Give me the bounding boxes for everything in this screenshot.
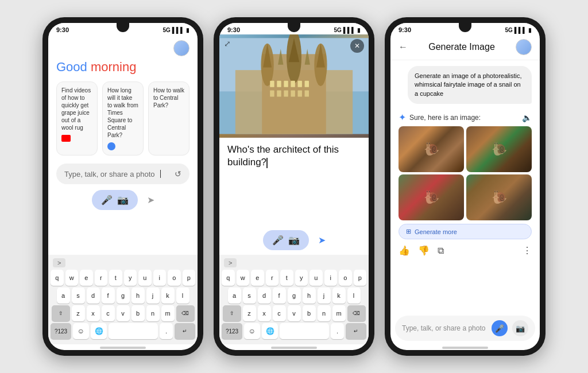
kb2-q[interactable]: q (222, 270, 235, 286)
kb-x[interactable]: x (87, 305, 100, 321)
kb2-i[interactable]: i (324, 270, 338, 286)
kb2-m[interactable]: m (332, 305, 346, 321)
kb2-period[interactable]: . (331, 323, 344, 339)
kb-z[interactable]: z (72, 305, 85, 321)
kb-backspace[interactable]: ⌫ (176, 305, 195, 321)
kb2-globe[interactable]: 🌐 (262, 323, 278, 339)
kb-shift[interactable]: ⇧ (52, 305, 70, 321)
kb-k[interactable]: k (161, 287, 175, 304)
more-options-icon[interactable]: ⋮ (523, 245, 532, 256)
kb-b[interactable]: b (131, 305, 145, 321)
kb-q[interactable]: q (51, 270, 64, 286)
kb2-n[interactable]: n (318, 305, 331, 321)
bottom-mic-btn[interactable]: 🎤 (492, 320, 508, 336)
kb-f[interactable]: f (102, 287, 115, 304)
kb2-w[interactable]: w (237, 270, 250, 286)
kb-expand-btn[interactable]: > (53, 258, 65, 267)
kb2-d[interactable]: d (258, 287, 271, 304)
kb-w[interactable]: w (65, 270, 79, 286)
kb2-k[interactable]: k (332, 287, 346, 304)
kb-enter[interactable]: ↵ (175, 323, 195, 339)
kb2-shift[interactable]: ⇧ (223, 305, 241, 321)
cupcake-image-4[interactable]: 🐌 (466, 174, 532, 220)
cupcake-image-1[interactable]: 🐌 (399, 126, 464, 172)
kb-v[interactable]: v (117, 305, 130, 321)
camera-icon-1: 📷 (117, 195, 129, 205)
avatar-1[interactable] (173, 40, 189, 56)
mic-camera-btn-2[interactable]: 🎤 📷 (263, 230, 309, 250)
suggestion-card-2[interactable]: How long will it take to walk from Times… (102, 81, 144, 156)
back-button[interactable]: ← (399, 42, 408, 52)
refresh-icon[interactable]: ↺ (175, 169, 181, 178)
kb-expand-btn-2[interactable]: > (224, 258, 237, 267)
kb2-u[interactable]: u (310, 270, 323, 286)
kb-u[interactable]: u (138, 270, 152, 286)
suggestion-card-1[interactable]: Find videos of how to quickly get grape … (56, 81, 98, 156)
kb2-b[interactable]: b (303, 305, 316, 321)
speaker-icon[interactable]: 🔈 (522, 113, 532, 122)
kb2-h[interactable]: h (303, 287, 316, 304)
kb2-x[interactable]: x (258, 305, 271, 321)
kb-t[interactable]: t (109, 270, 122, 286)
kb2-g[interactable]: g (288, 287, 301, 304)
kb2-c[interactable]: c (273, 305, 286, 321)
kb2-j[interactable]: j (318, 287, 331, 304)
kb2-emoji[interactable]: ☺ (244, 323, 260, 339)
kb-e[interactable]: e (80, 270, 93, 286)
kb-num[interactable]: ?123 (51, 323, 71, 339)
kb-period[interactable]: . (160, 323, 173, 339)
avatar-3[interactable] (516, 39, 532, 55)
expand-icon[interactable]: ⤢ (224, 39, 231, 48)
kb-i[interactable]: i (153, 270, 167, 286)
kb2-backspace[interactable]: ⌫ (347, 305, 366, 321)
thumbs-up-icon[interactable]: 👍 (399, 245, 410, 256)
kb2-l[interactable]: l (347, 287, 361, 304)
kb2-space[interactable] (280, 323, 329, 339)
kb2-r[interactable]: r (266, 270, 279, 286)
kb-r[interactable]: r (95, 270, 108, 286)
generate-more-button[interactable]: ⊞ Generate more (399, 224, 532, 239)
kb-s[interactable]: s (72, 287, 85, 304)
kb-space[interactable] (109, 323, 158, 339)
copy-icon[interactable]: ⧉ (438, 246, 444, 256)
kb-p[interactable]: p (183, 270, 196, 286)
send-icon-1[interactable]: ➤ (147, 195, 154, 205)
cupcake-image-3[interactable]: 🐌 (399, 174, 464, 220)
kb-o[interactable]: o (168, 270, 181, 286)
kb-h[interactable]: h (131, 287, 145, 304)
kb2-enter[interactable]: ↵ (346, 323, 366, 339)
kb2-v[interactable]: v (288, 305, 301, 321)
kb-d[interactable]: d (87, 287, 100, 304)
kb2-y[interactable]: y (295, 270, 308, 286)
kb-emoji[interactable]: ☺ (73, 323, 89, 339)
kb-n[interactable]: n (146, 305, 160, 321)
suggestion-card-3[interactable]: How to walk to Central Park? (148, 81, 189, 156)
kb-j[interactable]: j (146, 287, 160, 304)
kb-y[interactable]: y (124, 270, 137, 286)
mic-camera-btn-1[interactable]: 🎤 📷 (92, 190, 138, 210)
bottom-input-area[interactable]: Type, talk, or share a photo 🎤 📷 (395, 316, 535, 341)
kb2-a[interactable]: a (228, 287, 241, 304)
camera-icon-2: 📷 (288, 235, 300, 246)
kb2-o[interactable]: o (339, 270, 352, 286)
cupcake-image-2[interactable]: 🐌 (466, 126, 532, 172)
kb2-f[interactable]: f (273, 287, 286, 304)
kb-l[interactable]: l (176, 287, 189, 304)
kb2-s[interactable]: s (243, 287, 256, 304)
kb-globe[interactable]: 🌐 (91, 323, 107, 339)
kb-a[interactable]: a (57, 287, 70, 304)
phone-2-content: ⤢ ✕ Who's the architect of this building… (219, 34, 369, 350)
bottom-camera-btn[interactable]: 📷 (512, 320, 528, 336)
input-area-1[interactable]: Type, talk, or share a photo ↺ (56, 164, 189, 184)
close-image-btn[interactable]: ✕ (350, 39, 364, 53)
kb-m[interactable]: m (161, 305, 175, 321)
kb-c[interactable]: c (102, 305, 115, 321)
kb2-t[interactable]: t (280, 270, 293, 286)
kb2-num[interactable]: ?123 (222, 323, 242, 339)
kb-g[interactable]: g (117, 287, 130, 304)
send-icon-2[interactable]: ➤ (318, 235, 326, 246)
kb2-e[interactable]: e (251, 270, 264, 286)
kb2-z[interactable]: z (243, 305, 256, 321)
kb2-p[interactable]: p (354, 270, 367, 286)
thumbs-down-icon[interactable]: 👎 (418, 245, 430, 256)
